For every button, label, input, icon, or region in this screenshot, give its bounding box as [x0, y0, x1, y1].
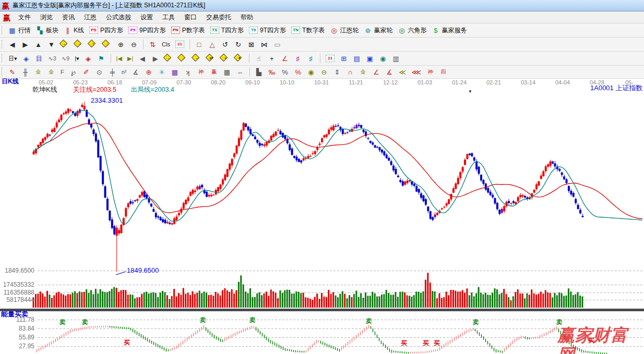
time-ruler-icon[interactable]: ╪ — [107, 68, 118, 77]
first-bar-icon[interactable]: |◀ — [115, 55, 124, 63]
rotate-right-icon[interactable]: ↻ — [233, 40, 244, 49]
shift-left-icon[interactable]: ← — [59, 39, 71, 50]
gann-teal-icon[interactable]: ♯ — [305, 54, 316, 63]
web-sync-icon[interactable]: ◉ — [377, 54, 388, 63]
gann-grid-icon[interactable]: ▩ — [170, 68, 181, 77]
main-chart-canvas[interactable] — [0, 87, 644, 354]
t-digit-table-button[interactable]: TNT数字表 — [290, 25, 326, 36]
last-bar-icon[interactable]: ▶| — [126, 55, 135, 63]
maximize-pane-icon[interactable]: ⊠ — [246, 40, 257, 49]
nine-t-square-button[interactable]: T99T四方形 — [247, 25, 288, 36]
wave-9-icon[interactable]: ∿9 — [60, 55, 71, 63]
menu-item-news[interactable]: 资讯 — [57, 12, 79, 23]
target-circle-icon[interactable]: ⊕ — [144, 68, 154, 77]
hand-tool-icon[interactable]: ☝ — [253, 54, 264, 63]
quotes-button[interactable]: ▦行情 — [7, 25, 32, 36]
fit-all-icon[interactable]: ✦ — [233, 53, 245, 64]
k-notation-icon[interactable]: ʞ — [183, 68, 194, 77]
notepad-icon[interactable]: ▤ — [351, 54, 362, 63]
menu-item-gann[interactable]: 江恩 — [79, 12, 101, 23]
shen-grid-icon[interactable]: 神 — [196, 68, 207, 76]
rotate-left-icon[interactable]: ↺ — [220, 40, 231, 49]
gann-purple-icon[interactable]: ♯ — [292, 54, 303, 63]
angle-set-icon[interactable]: ∡ — [384, 68, 395, 77]
restore-pane-icon[interactable]: ⋈ — [259, 40, 270, 49]
ying-grid-icon[interactable]: 赢 — [209, 68, 220, 76]
span-tool-icon[interactable]: ⇔ — [235, 68, 246, 77]
shift-up-icon[interactable]: ↑ — [87, 39, 99, 50]
tick-ruler-icon[interactable]: ╫ — [20, 68, 31, 77]
calculator-icon[interactable]: ⊞ — [338, 54, 349, 63]
wave-3-icon[interactable]: ∿3 — [47, 55, 58, 63]
menu-item-tools[interactable]: 工具 — [158, 12, 180, 23]
hexagon-button[interactable]: ◎六角形 — [396, 25, 428, 36]
menu-item-browse[interactable]: 浏览 — [35, 12, 57, 23]
j-angle-icon[interactable]: ∠ — [371, 68, 382, 77]
scale-updown-icon[interactable]: ⇅ — [147, 40, 158, 49]
zoom-out-icon[interactable]: ⊖ — [128, 40, 139, 49]
shen-angle-icon[interactable]: 神 — [425, 68, 436, 76]
print-icon[interactable]: ▥ — [390, 54, 401, 63]
expand-bars-icon[interactable]: + — [219, 53, 231, 64]
page-up-icon[interactable]: ▲ — [33, 40, 44, 49]
rect-tool-icon[interactable]: □ — [194, 40, 205, 49]
gann-web-icon[interactable]: ✳ — [157, 68, 168, 77]
chanlun-blue-icon[interactable]: ◈ — [21, 54, 32, 63]
prev-bar-icon[interactable]: ◀ — [137, 54, 148, 63]
pan-left-icon[interactable]: ← — [163, 53, 175, 64]
shift-down-icon[interactable]: ↓ — [101, 39, 113, 50]
pen-tool-icon[interactable]: ✎ — [7, 68, 18, 77]
p-digit-table-button[interactable]: PNP数字表 — [170, 25, 207, 36]
winner-wheel-button[interactable]: ⊚赢家轮 — [362, 25, 394, 36]
candle-style-button[interactable]: |▾ — [73, 55, 80, 63]
angle-mirror-icon[interactable]: ∡ — [130, 68, 141, 77]
gold-line-icon[interactable]: ⊖ — [319, 68, 330, 77]
pan-right-icon[interactable]: → — [177, 53, 189, 64]
calendar-icon[interactable]: 21 — [324, 54, 336, 63]
crosshair-icon[interactable]: + — [266, 54, 277, 63]
gold-ratio-icon[interactable]: 金 — [33, 68, 44, 76]
save-icon[interactable]: ▣ — [364, 54, 375, 63]
menu-item-trade-order[interactable]: 交易委托 — [201, 12, 236, 23]
updown-band-icon[interactable]: ⇕ — [332, 68, 343, 77]
shift-right-icon[interactable]: → — [73, 39, 85, 50]
n-square-icon[interactable]: n² — [120, 68, 128, 76]
menu-item-window[interactable]: 窗口 — [180, 12, 201, 23]
spiral-icon[interactable]: ℘ — [68, 68, 79, 77]
menu-item-help[interactable]: 帮助 — [236, 12, 258, 23]
page-down-icon[interactable]: ▼ — [46, 40, 57, 49]
winner-service-button[interactable]: $赢家服务 — [430, 25, 468, 36]
triangle-tool-icon[interactable]: △ — [207, 40, 218, 49]
compress-bars-icon[interactable]: ⇄ — [205, 53, 217, 64]
gold-angle-icon[interactable]: 金 — [358, 68, 369, 76]
menu-item-formula-stock-pick[interactable]: 公式选股 — [101, 12, 136, 23]
sectors-button[interactable]: ▚板块 — [34, 25, 60, 36]
page-left-icon[interactable]: ◀ — [7, 40, 18, 49]
four-angle-icon[interactable]: 四 — [438, 68, 449, 76]
pan-both-icon[interactable]: ↔ — [191, 53, 203, 64]
gold-circle-icon[interactable]: ◉ — [306, 68, 317, 77]
cls-button[interactable]: Cls — [160, 41, 172, 48]
chanlun-red-icon[interactable]: ◈ — [83, 54, 94, 63]
nine-p-square-button[interactable]: P99P四方形 — [127, 25, 168, 36]
stats-icon[interactable]: ▙ — [254, 68, 265, 77]
marker-pen-icon[interactable]: ✐ — [81, 68, 92, 77]
time-cycle-icon[interactable]: ⊙ — [94, 68, 105, 77]
menu-item-file[interactable]: 文件 — [14, 12, 35, 23]
notes-icon[interactable]: 目 — [34, 54, 45, 63]
gold-fan-icon[interactable]: ≪ — [397, 68, 408, 77]
clear-screen-icon[interactable]: ▭ — [272, 40, 283, 49]
angle-measure-icon[interactable]: ∠ — [279, 54, 290, 63]
permille-icon[interactable]: ‰ — [267, 68, 278, 77]
calendar-21-icon[interactable]: 21 — [174, 40, 186, 49]
menu-item-settings[interactable]: 设置 — [136, 12, 158, 23]
gann-wheel-button[interactable]: ◎江恩轮 — [328, 25, 360, 36]
number-grid-icon[interactable]: ▦ — [222, 68, 233, 77]
percent-line-icon[interactable]: % — [293, 68, 304, 77]
p-square-button[interactable]: PSP四方形 — [88, 25, 125, 36]
next-bar-icon[interactable]: ▶ — [150, 54, 161, 63]
kline-button[interactable]: ∥K线 — [62, 25, 86, 36]
period-day-button[interactable]: 日▾ — [7, 55, 19, 63]
arc-tool-icon[interactable]: ∩ — [345, 68, 356, 77]
percent-icon[interactable]: % — [280, 68, 291, 77]
